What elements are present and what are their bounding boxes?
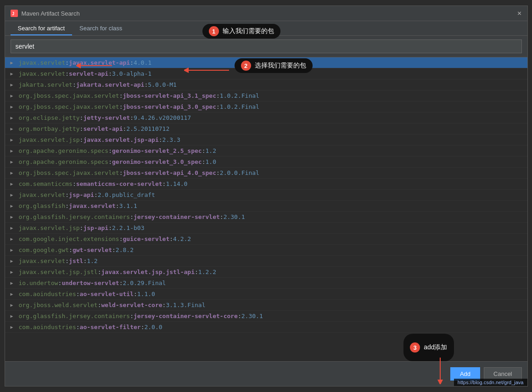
expand-arrow-icon: ▶ (11, 181, 16, 186)
expand-arrow-icon: ▶ (11, 104, 16, 109)
result-text: org.apache.geronimo.specs:geronimo-servl… (19, 147, 216, 154)
result-text: org.jboss.spec.javax.servlet:jboss-servl… (19, 169, 259, 176)
result-text: com.aoindustries:ao-servlet-util:1.1.0 (19, 291, 155, 297)
expand-arrow-icon: ▶ (11, 82, 16, 87)
intellij-icon: J (11, 10, 18, 17)
annotation-1-badge: 1 (209, 26, 219, 36)
result-item[interactable]: ▶org.jboss.spec.javax.servlet:jboss-serv… (5, 101, 527, 112)
dialog-title: Maven Artifact Search (22, 10, 80, 17)
result-text: com.google.gwt:gwt-servlet:2.8.2 (19, 246, 134, 253)
result-item[interactable]: ▶com.aoindustries:ao-servlet-util:1.1.0 (5, 289, 527, 300)
add-arrow (433, 357, 447, 386)
expand-arrow-icon: ▶ (11, 93, 16, 98)
result-item[interactable]: ▶org.eclipse.jetty:jetty-servlet:9.4.26.… (5, 112, 527, 123)
title-bar: J Maven Artifact Search × (5, 6, 527, 21)
expand-arrow-icon: ▶ (11, 71, 16, 76)
result-text: javax.servlet:jstl:1.2 (19, 258, 98, 264)
results-list[interactable]: ▶javax.servlet:javax.servlet-api:4.0.1▶j… (5, 57, 527, 361)
result-text: org.apache.geronimo.specs:geronimo-servl… (19, 158, 216, 165)
result-text: org.jboss.spec.javax.servlet:jboss-servl… (19, 92, 259, 99)
result-item[interactable]: ▶org.glassfish.jersey.containers:jersey-… (5, 212, 527, 223)
expand-arrow-icon: ▶ (11, 170, 16, 175)
expand-arrow-icon: ▶ (11, 60, 16, 65)
result-text: javax.servlet.jsp.jstl:javax.servlet.jsp… (19, 269, 216, 275)
result-item[interactable]: ▶com.semanticcms:semanticcms-core-servle… (5, 179, 527, 190)
result-item[interactable]: ▶javax.servlet.jsp:jsp-api:2.2.1-b03 (5, 223, 527, 234)
title-bar-left: J Maven Artifact Search (11, 10, 80, 17)
result-text: jakarta.servlet:jakarta.servlet-api:5.0.… (19, 81, 177, 88)
expand-arrow-icon: ▶ (11, 137, 16, 142)
result-item[interactable]: ▶org.mortbay.jetty:servlet-api:2.5.20110… (5, 123, 527, 134)
expand-arrow-icon: ▶ (11, 269, 16, 274)
result-text: io.undertow:undertow-servlet:2.0.29.Fina… (19, 280, 166, 286)
annotation-2-badge: 2 (241, 61, 251, 71)
result-item[interactable]: ▶org.apache.geronimo.specs:geronimo-serv… (5, 146, 527, 157)
expand-arrow-icon: ▶ (11, 126, 16, 131)
annotation-3-badge: 3 (410, 342, 420, 353)
annotation-2: 2 选择我们需要的包 (235, 58, 313, 73)
result-text: com.semanticcms:semanticcms-core-servlet… (19, 180, 188, 187)
expand-arrow-icon: ▶ (11, 325, 16, 330)
url-bar: https://blog.csdn.net/grd_java (454, 379, 527, 386)
result-item[interactable]: ▶org.apache.geronimo.specs:geronimo-serv… (5, 157, 527, 168)
result-item[interactable]: ▶org.glassfish.jersey.containers:jersey-… (5, 311, 527, 322)
result-item[interactable]: ▶org.jboss.spec.javax.servlet:jboss-serv… (5, 90, 527, 101)
tab-search-artifact[interactable]: Search for artifact (11, 21, 73, 35)
result-text: org.glassfish:javax.servlet:3.1.1 (19, 202, 137, 209)
result-item[interactable]: ▶org.jboss.weld.servlet:weld-servlet-cor… (5, 300, 527, 311)
expand-arrow-icon: ▶ (11, 302, 16, 308)
result-item[interactable]: ▶javax.servlet.jsp.jstl:javax.servlet.js… (5, 267, 527, 278)
expand-arrow-icon: ▶ (11, 115, 16, 120)
result-arrow (184, 66, 230, 76)
expand-arrow-icon: ▶ (11, 192, 16, 197)
result-item[interactable]: ▶io.undertow:undertow-servlet:2.0.29.Fin… (5, 278, 527, 289)
result-text: com.aoindustries:ao-servlet-filter:2.0.0 (19, 324, 162, 330)
expand-arrow-icon: ▶ (11, 203, 16, 208)
dialog-footer: Add Cancel (5, 361, 527, 386)
result-item[interactable]: ▶com.aoindustries:ao-servlet-filter:2.0.… (5, 322, 527, 333)
expand-arrow-icon: ▶ (11, 258, 16, 263)
result-item[interactable]: ▶org.jboss.spec.javax.servlet:jboss-serv… (5, 168, 527, 179)
search-input[interactable] (11, 39, 522, 53)
svg-text:J: J (12, 11, 14, 16)
result-item[interactable]: ▶javax.servlet.jsp:javax.servlet.jsp-api… (5, 134, 527, 146)
expand-arrow-icon: ▶ (11, 291, 16, 297)
result-text: javax.servlet.jsp:javax.servlet.jsp-api:… (19, 136, 180, 143)
tab-search-class[interactable]: Search for class (72, 21, 129, 35)
result-item[interactable]: ▶javax.servlet:jsp-api:2.0.public_draft (5, 190, 527, 201)
result-text: org.jboss.spec.javax.servlet:jboss-servl… (19, 103, 259, 110)
result-text: org.mortbay.jetty:servlet-api:2.5.201107… (19, 125, 170, 132)
expand-arrow-icon: ▶ (11, 247, 16, 252)
close-button[interactable]: × (517, 10, 522, 17)
result-text: com.google.inject.extensions:guice-servl… (19, 235, 191, 242)
result-item[interactable]: ▶javax.servlet:jstl:1.2 (5, 256, 527, 267)
result-text: javax.servlet:jsp-api:2.0.public_draft (19, 191, 155, 198)
result-item[interactable]: ▶com.google.gwt:gwt-servlet:2.8.2 (5, 245, 527, 256)
annotation-1: 1 输入我们需要的包 (202, 24, 280, 39)
result-text: org.jboss.weld.servlet:weld-servlet-core… (19, 302, 206, 308)
search-arrow (76, 61, 113, 72)
expand-arrow-icon: ▶ (11, 214, 16, 219)
result-item[interactable]: ▶com.google.inject.extensions:guice-serv… (5, 234, 527, 245)
expand-arrow-icon: ▶ (11, 159, 16, 164)
result-text: org.glassfish.jersey.containers:jersey-c… (19, 313, 263, 319)
result-text: org.eclipse.jetty:jetty-servlet:9.4.26.v… (19, 114, 191, 121)
expand-arrow-icon: ▶ (11, 225, 16, 230)
maven-artifact-search-dialog: J Maven Artifact Search × 1 输入我们需要的包 Sea… (5, 6, 528, 386)
expand-arrow-icon: ▶ (11, 148, 16, 153)
result-text: org.glassfish.jersey.containers:jersey-c… (19, 213, 245, 220)
expand-arrow-icon: ▶ (11, 314, 16, 319)
result-text: javax.servlet.jsp:jsp-api:2.2.1-b03 (19, 224, 145, 231)
expand-arrow-icon: ▶ (11, 280, 16, 286)
search-area (5, 36, 527, 57)
expand-arrow-icon: ▶ (11, 236, 16, 241)
result-item[interactable]: ▶jakarta.servlet:jakarta.servlet-api:5.0… (5, 79, 527, 90)
result-item[interactable]: ▶org.glassfish:javax.servlet:3.1.1 (5, 201, 527, 212)
